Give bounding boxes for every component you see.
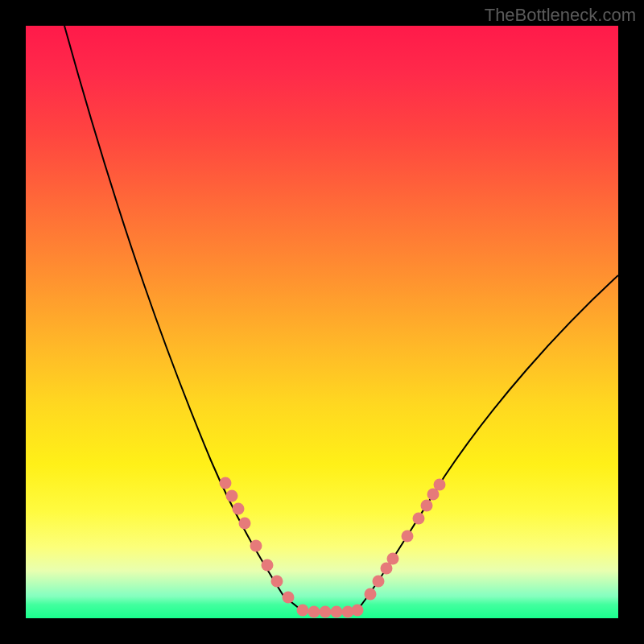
- data-dot: [283, 592, 295, 604]
- data-dot: [239, 518, 251, 530]
- data-dot: [320, 606, 332, 618]
- data-dot: [226, 490, 238, 502]
- data-dot: [271, 576, 283, 588]
- left-curve-path: [64, 26, 303, 612]
- data-dot: [262, 559, 274, 572]
- data-dot: [373, 576, 385, 588]
- data-dot: [387, 553, 399, 565]
- chart-plot-area: [26, 26, 618, 618]
- data-dot: [308, 606, 320, 618]
- data-dot: [352, 605, 364, 617]
- curve-layer: [26, 26, 618, 618]
- data-dot: [434, 479, 446, 491]
- data-dot: [250, 540, 262, 552]
- data-dot: [413, 513, 425, 525]
- data-dot: [331, 606, 343, 618]
- data-dot: [402, 530, 414, 543]
- data-dot: [220, 477, 232, 489]
- data-dot: [297, 605, 309, 617]
- data-dot: [421, 500, 433, 512]
- watermark-text: TheBottleneck.com: [485, 5, 636, 26]
- data-dot: [365, 588, 377, 601]
- data-dot: [233, 503, 245, 515]
